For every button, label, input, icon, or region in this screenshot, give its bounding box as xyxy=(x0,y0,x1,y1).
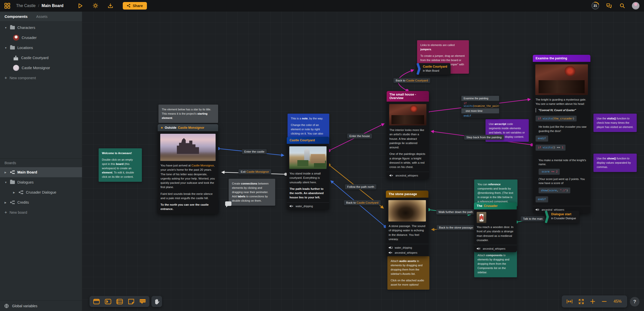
zoom-out-icon[interactable] xyxy=(598,296,610,307)
note-attach-audio[interactable]: Attach audio assets to elements by dragg… xyxy=(387,256,429,290)
new-branch-icon[interactable] xyxy=(114,296,125,307)
global-variables-button[interactable]: Global variables xyxy=(0,300,82,311)
note-show-function[interactable]: Use the show() function to display value… xyxy=(593,154,637,172)
new-element-icon[interactable] xyxy=(91,296,102,307)
zoom-level[interactable]: 45% xyxy=(610,299,625,304)
edge-label-walk-path[interactable]: Walk further down the path xyxy=(436,209,475,214)
breadcrumb-board[interactable]: Main Board xyxy=(42,4,63,8)
code-endif: endif xyxy=(536,136,548,142)
audio-attachment[interactable]: water_dripping xyxy=(386,244,428,251)
sidebar-item-castle-monsignor[interactable]: Castle Monsignor xyxy=(0,63,82,73)
edge-label-exit-monsignor[interactable]: Exit Castle Monsignor xyxy=(238,169,271,174)
edge-label-back-stone[interactable]: Back to the stone passage xyxy=(437,225,475,230)
element-examine-the-painting[interactable]: Examine the painting The knight is guard… xyxy=(533,55,590,213)
code-endif: endif xyxy=(536,196,548,202)
jumper-castle-courtyard[interactable]: Castle Courtyard in Main Board xyxy=(416,63,451,75)
element-the-crusader[interactable]: The Crusader You reach a wooden door. In… xyxy=(474,202,517,252)
audio-loop-icon xyxy=(389,246,393,249)
sidebar-folder-locations[interactable]: ▼ Locations xyxy=(0,43,82,53)
new-note-icon[interactable] xyxy=(125,296,137,307)
audio-attachment[interactable]: ancestral_whispers xyxy=(474,245,517,252)
tab-components[interactable]: Components xyxy=(5,14,28,19)
new-jumper-icon[interactable] xyxy=(102,296,114,307)
chevron-down-icon[interactable]: ▼ xyxy=(5,26,8,29)
element-castle-courtyard[interactable]: Castle Courtyard You stand inside a smal… xyxy=(287,137,329,210)
element-small-house-overview[interactable]: The small house - Overview The interior … xyxy=(387,91,429,179)
share-button[interactable]: Share xyxy=(123,2,147,10)
tab-assets[interactable]: Assets xyxy=(36,14,48,19)
castle-icon xyxy=(13,56,19,60)
jumper-chevron-icon xyxy=(416,63,421,75)
element-stone-passage[interactable]: The stone passage A stone passage. The s… xyxy=(386,191,428,256)
audio-attachment[interactable]: ancestral_whispers xyxy=(386,251,428,256)
top-bar: The Castle / Main Board Share 21 xyxy=(0,0,644,12)
audio-attachment[interactable]: water_dripping xyxy=(287,202,329,210)
folder-icon xyxy=(10,26,15,29)
create-toolbar xyxy=(90,296,149,307)
chevron-right-icon[interactable]: ▶ xyxy=(5,171,8,174)
plus-icon: + xyxy=(5,210,7,215)
sidebar-board-crusader-dialogue[interactable]: ▶ Crusader Dialogue xyxy=(0,187,82,197)
edge-label-enter-castle[interactable]: Enter the castle xyxy=(242,149,267,154)
export-download-icon[interactable] xyxy=(107,3,114,9)
user-avatar[interactable] xyxy=(632,2,639,10)
board-icon xyxy=(10,200,15,204)
new-component-button[interactable]: + New component xyxy=(0,73,82,83)
audio-attachment[interactable]: ancestral_whispers xyxy=(387,172,429,179)
share-button-label: Share xyxy=(133,4,143,8)
search-icon[interactable] xyxy=(619,3,625,9)
note-connections[interactable]: Create connections between elements by c… xyxy=(229,179,275,206)
sidebar-folder-dialogues[interactable]: ▼ Dialogues xyxy=(0,177,82,187)
new-comment-icon[interactable] xyxy=(137,296,148,307)
board-icon xyxy=(10,170,15,174)
fit-width-icon[interactable] xyxy=(564,296,575,307)
audio-on-icon xyxy=(477,247,481,250)
edge-label-block-examine[interactable]: Examine the painting if visits(examine_t… xyxy=(461,96,499,118)
edge-label-follow-north[interactable]: Follow the path north xyxy=(345,184,376,189)
edge-label-back-courtyard-top[interactable]: Back to Castle Courtyard xyxy=(393,78,430,83)
note-welcome[interactable]: Welcome to Arcweave! Double click on an … xyxy=(99,148,142,182)
notification-count-badge[interactable]: 21 xyxy=(590,1,601,11)
sidebar-board-credits[interactable]: ▶ Credits xyxy=(0,197,82,207)
fit-screen-icon[interactable] xyxy=(575,296,587,307)
castle-monsignor-avatar xyxy=(13,65,19,71)
edge-label-back-courtyard[interactable]: Back to Castle Courtyard xyxy=(344,200,381,205)
plus-icon: + xyxy=(5,75,7,80)
board-icon xyxy=(19,190,23,194)
chevron-right-icon[interactable]: ▶ xyxy=(13,191,16,194)
pan-tool-button[interactable] xyxy=(151,296,162,307)
chevron-down-icon[interactable]: ▼ xyxy=(5,181,8,184)
sidebar-item-castle-courtyard[interactable]: Castle Courtyard xyxy=(0,53,82,63)
element-outside-castle-monsignor[interactable]: ★ Outside Castle Monsignor You have just… xyxy=(158,124,218,214)
play-mode-icon[interactable] xyxy=(77,3,84,9)
code-if-visits-eq-1: if visits() == 1 xyxy=(536,145,566,151)
cover-image-castle-monsignor xyxy=(160,134,216,161)
edge-label-enter-house[interactable]: Enter the house xyxy=(347,134,372,139)
new-board-button[interactable]: + New board xyxy=(0,207,82,217)
zoom-toolbar: 45% xyxy=(562,295,627,307)
sidebar-board-main[interactable]: ▶ Main Board xyxy=(0,167,82,177)
jumper-dialogue-start[interactable]: Dialogue start in Crusader Dialogue xyxy=(545,211,579,223)
sidebar-folder-characters[interactable]: ▼ Characters xyxy=(0,23,82,33)
help-button[interactable]: ? xyxy=(630,297,639,306)
breadcrumb: The Castle / Main Board xyxy=(16,4,63,8)
chevron-right-icon[interactable]: ▶ xyxy=(5,201,8,204)
comments-chat-icon[interactable] xyxy=(606,3,612,9)
blockquote-knight-name: "Conrod IV, Count of Exeter" xyxy=(536,108,588,112)
comment-pin[interactable] xyxy=(225,201,231,206)
note-attach-components[interactable]: Attach components to elements by draggin… xyxy=(474,250,517,277)
boards-section-title: Boards xyxy=(0,159,82,167)
folder-icon xyxy=(10,181,15,184)
zoom-in-icon[interactable] xyxy=(587,296,598,307)
edge-label-talk-man[interactable]: Talk to the man xyxy=(521,216,545,221)
chevron-down-icon[interactable]: ▼ xyxy=(5,47,8,49)
note-visits-function[interactable]: Use the visits() function to check how m… xyxy=(593,114,637,132)
code-show-score: show(score, ".)") xyxy=(539,188,570,194)
app-logo-grid-icon[interactable] xyxy=(4,3,11,9)
settings-gear-icon[interactable] xyxy=(92,3,99,9)
breadcrumb-project[interactable]: The Castle xyxy=(16,4,35,8)
sidebar-item-crusader[interactable]: Crusader xyxy=(0,33,82,43)
crusader-avatar xyxy=(13,35,19,41)
edge-label-step-back[interactable]: Step back from the painting xyxy=(464,135,504,140)
note-starting-element[interactable]: The element below has a star by its titl… xyxy=(158,105,218,123)
